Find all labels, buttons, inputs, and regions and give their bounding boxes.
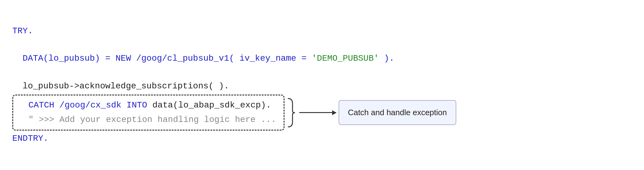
brace-svg: [287, 97, 298, 128]
comment-text: " >>> Add your exception handling logic …: [18, 113, 276, 127]
code-line-endtry: ENDTRY.: [12, 132, 456, 146]
string-literal: 'DEMO_PUBSUB': [312, 52, 379, 66]
catch-data: data(lo_abap_sdk_excp).: [147, 99, 271, 112]
dashed-box-wrapper: CATCH /goog/cx_sdk INTO data(lo_abap_sdk…: [12, 95, 456, 131]
ack-call: lo_pubsub->acknowledge_subscriptions( ).: [12, 79, 229, 93]
code-line-blank2: [12, 66, 456, 79]
endtry-keyword: ENDTRY.: [12, 132, 49, 146]
code-line-catch: CATCH /goog/cx_sdk INTO data(lo_abap_sdk…: [18, 99, 276, 112]
code-line-comment: " >>> Add your exception handling logic …: [18, 113, 276, 127]
code-line-try: TRY.: [12, 24, 456, 38]
brace-connector: [287, 97, 298, 128]
data-keyword: DATA(lo_pubsub) = NEW /goog/cl_pubsub_v1…: [12, 52, 312, 66]
annotation-box: Catch and handle exception: [339, 100, 456, 125]
arrow-line: [299, 112, 336, 113]
code-line-data: DATA(lo_pubsub) = NEW /goog/cl_pubsub_v1…: [12, 52, 456, 66]
code-line-ack: lo_pubsub->acknowledge_subscriptions( ).: [12, 79, 456, 93]
try-keyword: TRY.: [12, 24, 33, 38]
code-section: TRY. DATA(lo_pubsub) = NEW /goog/cl_pubs…: [12, 24, 456, 146]
code-line-blank1: [12, 38, 456, 52]
main-container: TRY. DATA(lo_pubsub) = NEW /goog/cl_pubs…: [0, 15, 644, 155]
annotation-label: Catch and handle exception: [348, 108, 447, 117]
dashed-box: CATCH /goog/cx_sdk INTO data(lo_abap_sdk…: [12, 95, 285, 131]
close-paren: ).: [379, 52, 394, 66]
catch-keyword: CATCH /goog/cx_sdk: [18, 99, 127, 112]
arrow-shaft: [299, 112, 336, 113]
into-keyword: INTO: [127, 99, 147, 112]
